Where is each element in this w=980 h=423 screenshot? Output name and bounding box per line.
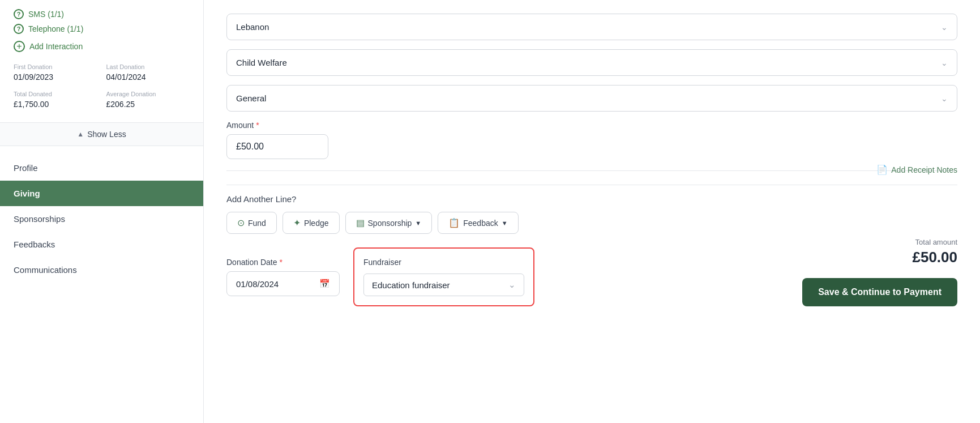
country-value: Lebanon xyxy=(236,22,269,32)
sidebar-item-profile[interactable]: Profile xyxy=(0,155,203,181)
chevron-down-icon: ⌄ xyxy=(941,23,948,32)
first-donation-stat: First Donation 01/09/2023 xyxy=(14,63,97,82)
fundraiser-section: Fundraiser Education fundraiser ⌄ xyxy=(353,247,534,306)
show-less-label: Show Less xyxy=(87,130,126,139)
line-buttons-group: ⊙ Fund ✦ Pledge ▤ Sponsorship ▼ 📋 Feedba… xyxy=(226,212,957,234)
sms-label: SMS (1/1) xyxy=(28,10,64,19)
amount-label: Amount * xyxy=(226,121,957,130)
date-required-marker: * xyxy=(279,258,282,267)
average-donation-stat: Average Donation £206.25 xyxy=(106,91,190,109)
add-another-line-section: Add Another Line? ⊙ Fund ✦ Pledge ▤ Spon… xyxy=(226,185,957,234)
total-donated-value: £1,750.00 xyxy=(14,100,97,109)
feedback-label: Feedback xyxy=(463,219,498,228)
amount-section: Amount * xyxy=(226,121,957,159)
chevron-down-icon: ⌄ xyxy=(508,280,516,290)
sponsorship-icon: ▤ xyxy=(356,217,365,228)
sponsorship-arrow-icon: ▼ xyxy=(415,220,421,227)
pledge-label: Pledge xyxy=(304,219,329,228)
donation-date-section: Donation Date * 01/08/2024 📅 xyxy=(226,258,340,296)
donation-date-label: Donation Date * xyxy=(226,258,340,267)
telephone-icon: ? xyxy=(14,24,24,34)
sidebar-item-communications[interactable]: Communications xyxy=(0,257,203,283)
main-content: Lebanon ⌄ Child Welfare ⌄ General ⌄ Amou… xyxy=(204,0,980,423)
add-receipt-notes-label: Add Receipt Notes xyxy=(891,165,957,174)
amount-input[interactable] xyxy=(226,134,328,159)
feedback-arrow-icon: ▼ xyxy=(502,220,508,227)
plus-icon: + xyxy=(14,41,25,52)
average-donation-value: £206.25 xyxy=(106,100,190,109)
last-donation-stat: Last Donation 04/01/2024 xyxy=(106,63,190,82)
fundraiser-dropdown[interactable]: Education fundraiser ⌄ xyxy=(363,274,524,296)
sidebar-item-feedbacks[interactable]: Feedbacks xyxy=(0,232,203,257)
add-another-line-label: Add Another Line? xyxy=(226,194,957,204)
fund-icon: ⊙ xyxy=(237,217,245,228)
sidebar-nav: Profile Giving Sponsorships Feedbacks Co… xyxy=(0,151,203,423)
sidebar-item-giving[interactable]: Giving xyxy=(0,181,203,206)
arrow-up-icon: ▲ xyxy=(77,130,84,138)
required-marker: * xyxy=(256,121,259,130)
last-donation-value: 04/01/2024 xyxy=(106,72,190,82)
fund-type-dropdown[interactable]: General ⌄ xyxy=(226,85,957,112)
pledge-button[interactable]: ✦ Pledge xyxy=(283,212,340,234)
sponsorship-button[interactable]: ▤ Sponsorship ▼ xyxy=(345,212,433,234)
sidebar: ? SMS (1/1) ? Telephone (1/1) + Add Inte… xyxy=(0,0,204,423)
total-amount-label: Total amount xyxy=(912,238,957,246)
first-donation-value: 01/09/2023 xyxy=(14,72,97,82)
total-amount-value: £50.00 xyxy=(912,249,957,266)
add-interaction-button[interactable]: + Add Interaction xyxy=(14,41,190,52)
cause-dropdown[interactable]: Child Welfare ⌄ xyxy=(226,49,957,76)
bottom-row: Donation Date * 01/08/2024 📅 Fundraiser … xyxy=(226,247,957,306)
chevron-down-icon: ⌄ xyxy=(941,58,948,67)
first-donation-label: First Donation xyxy=(14,63,97,70)
sponsorship-label: Sponsorship xyxy=(368,219,412,228)
donation-stats: First Donation 01/09/2023 Last Donation … xyxy=(14,63,190,109)
feedback-button[interactable]: 📋 Feedback ▼ xyxy=(438,212,518,234)
total-donated-label: Total Donated xyxy=(14,91,97,97)
fund-label: Fund xyxy=(248,219,266,228)
fund-button[interactable]: ⊙ Fund xyxy=(226,212,277,234)
amount-input-wrap xyxy=(226,134,957,159)
fund-type-value: General xyxy=(236,93,266,103)
feedback-icon: 📋 xyxy=(448,217,460,228)
last-donation-label: Last Donation xyxy=(106,63,190,70)
sidebar-item-sponsorships[interactable]: Sponsorships xyxy=(0,206,203,232)
show-less-button[interactable]: ▲ Show Less xyxy=(0,123,203,146)
donation-date-value: 01/08/2024 xyxy=(236,279,279,289)
sms-icon: ? xyxy=(14,9,24,19)
sms-item: ? SMS (1/1) xyxy=(14,9,190,19)
total-amount: Total amount £50.00 xyxy=(912,238,957,266)
chevron-down-icon: ⌄ xyxy=(941,94,948,103)
fundraiser-value: Education fundraiser xyxy=(372,280,450,290)
donation-date-input[interactable]: 01/08/2024 📅 xyxy=(226,271,340,296)
add-receipt-notes-button[interactable]: 📄 Add Receipt Notes xyxy=(876,164,957,175)
total-donated-stat: Total Donated £1,750.00 xyxy=(14,91,97,109)
country-dropdown[interactable]: Lebanon ⌄ xyxy=(226,14,957,40)
fundraiser-label: Fundraiser xyxy=(363,258,524,267)
pledge-icon: ✦ xyxy=(293,217,301,228)
telephone-label: Telephone (1/1) xyxy=(28,24,83,33)
telephone-item: ? Telephone (1/1) xyxy=(14,24,190,34)
calendar-icon: 📅 xyxy=(319,279,330,289)
average-donation-label: Average Donation xyxy=(106,91,190,97)
save-continue-button[interactable]: Save & Continue to Payment xyxy=(802,278,957,306)
add-interaction-label: Add Interaction xyxy=(29,42,83,51)
cause-value: Child Welfare xyxy=(236,58,287,67)
document-icon: 📄 xyxy=(876,164,888,175)
